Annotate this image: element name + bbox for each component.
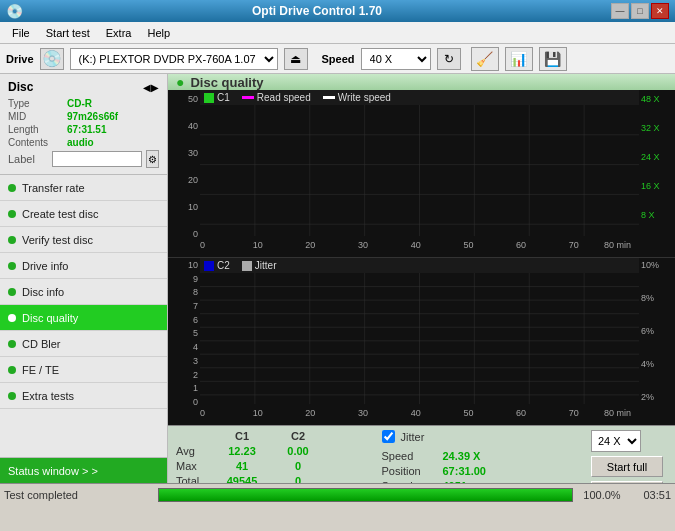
- sidebar-dot: [8, 262, 16, 270]
- sidebar-dot: [8, 236, 16, 244]
- progress-bar: [158, 488, 573, 502]
- menu-start-test[interactable]: Start test: [38, 25, 98, 41]
- stats-right: Jitter Speed 24.39 X Position 67:31.00 S…: [374, 430, 580, 483]
- eject-button[interactable]: ⏏: [284, 48, 308, 70]
- sidebar-item-disc-quality[interactable]: Disc quality: [0, 305, 167, 331]
- window-controls: — □ ✕: [611, 3, 669, 19]
- chart1-canvas: C1 Read speed Write speed: [200, 90, 639, 257]
- svg-text:20: 20: [305, 240, 315, 250]
- speed-right-label: Speed: [382, 450, 437, 462]
- disc-panel: Disc ◀▶ Type CD-R MID 97m26s66f Length 6…: [0, 74, 167, 175]
- disc-length-value: 67:31.51: [67, 124, 106, 135]
- chart1-y-axis-right: 48 X 32 X 24 X 16 X 8 X: [639, 90, 675, 257]
- stats-max-label: Max: [176, 460, 211, 472]
- jitter-checkbox[interactable]: [382, 430, 395, 443]
- chart1-area: 50 40 30 20 10 0 C1: [168, 90, 675, 258]
- disc-length-label: Length: [8, 124, 63, 135]
- position-label: Position: [382, 465, 437, 477]
- speed-right-value: 24.39 X: [443, 450, 481, 462]
- chart2-y-axis-right: 10% 8% 6% 4% 2%: [639, 258, 675, 425]
- start-part-button[interactable]: Start part: [591, 481, 663, 483]
- svg-text:30: 30: [358, 408, 368, 418]
- svg-text:40: 40: [411, 408, 421, 418]
- chart2-svg: 0 10 20 30 40 50 60 70 80 min: [200, 273, 639, 422]
- disc-mid-label: MID: [8, 111, 63, 122]
- minimize-button[interactable]: —: [611, 3, 629, 19]
- svg-text:50: 50: [463, 240, 473, 250]
- sidebar-dot: [8, 340, 16, 348]
- sidebar-menu: Transfer rate Create test disc Verify te…: [0, 175, 167, 457]
- drive-select[interactable]: (K:) PLEXTOR DVDR PX-760A 1.07: [70, 48, 278, 70]
- legend-c1: C1: [204, 92, 230, 103]
- status-text: Test completed: [4, 489, 154, 501]
- chart2-y-axis-left: 10 9 8 7 6 5 4 3 2 1 0: [168, 258, 200, 425]
- sidebar-item-transfer-rate[interactable]: Transfer rate: [0, 175, 167, 201]
- stats-avg-label: Avg: [176, 445, 211, 457]
- close-button[interactable]: ✕: [651, 3, 669, 19]
- svg-text:70: 70: [569, 240, 579, 250]
- stats-max-c2: 0: [273, 460, 323, 472]
- status-time: 03:51: [631, 489, 671, 501]
- stats-area: C1 C2 Avg 12.23 0.00 Max 41 0 Total 4954…: [168, 425, 675, 483]
- svg-text:10: 10: [253, 240, 263, 250]
- disc-contents-label: Contents: [8, 137, 63, 148]
- legend-c2: C2: [204, 260, 230, 271]
- sidebar-item-create-test-disc[interactable]: Create test disc: [0, 201, 167, 227]
- menu-help[interactable]: Help: [139, 25, 178, 41]
- chart2-canvas: C2 Jitter: [200, 258, 639, 425]
- svg-text:60: 60: [516, 408, 526, 418]
- legend-read-speed: Read speed: [242, 92, 311, 103]
- status-window-button[interactable]: Status window > >: [0, 457, 167, 483]
- sidebar-item-extra-tests[interactable]: Extra tests: [0, 383, 167, 409]
- progress-bar-fill: [159, 489, 572, 501]
- status-percent: 100.0%: [577, 489, 627, 501]
- sidebar-item-verify-test-disc[interactable]: Verify test disc: [0, 227, 167, 253]
- sidebar-dot: [8, 314, 16, 322]
- disc-label-edit-button[interactable]: ⚙: [146, 150, 160, 168]
- clear-button[interactable]: 🧹: [471, 47, 499, 71]
- panel-title: Disc quality: [190, 75, 263, 90]
- svg-text:40: 40: [411, 240, 421, 250]
- start-full-button[interactable]: Start full: [591, 456, 663, 478]
- legend-jitter: Jitter: [242, 260, 277, 271]
- sidebar-item-label: FE / TE: [22, 364, 59, 376]
- stats-max-c1: 41: [217, 460, 267, 472]
- refresh-button[interactable]: ↻: [437, 48, 461, 70]
- speed-select[interactable]: 40 X: [361, 48, 431, 70]
- legend-write-speed-label: Write speed: [338, 92, 391, 103]
- stats-total-c1: 49545: [217, 475, 267, 483]
- sidebar-item-drive-info[interactable]: Drive info: [0, 253, 167, 279]
- drive-label: Drive: [6, 53, 34, 65]
- chart2-area: 10 9 8 7 6 5 4 3 2 1 0: [168, 258, 675, 425]
- speed-dropdown[interactable]: 24 X: [591, 430, 641, 452]
- svg-text:30: 30: [358, 240, 368, 250]
- disc-expand-button[interactable]: ◀▶: [143, 82, 159, 93]
- chart-button[interactable]: 📊: [505, 47, 533, 71]
- stats-total-label: Total: [176, 475, 211, 483]
- sidebar-item-cd-bler[interactable]: CD Bler: [0, 331, 167, 357]
- status-window-label: Status window > >: [8, 465, 98, 477]
- disc-mid-value: 97m26s66f: [67, 111, 118, 122]
- charts-container: 50 40 30 20 10 0 C1: [168, 90, 675, 425]
- sidebar-item-fe-te[interactable]: FE / TE: [0, 357, 167, 383]
- save-button[interactable]: 💾: [539, 47, 567, 71]
- disc-contents-value: audio: [67, 137, 94, 148]
- menu-extra[interactable]: Extra: [98, 25, 140, 41]
- sidebar-item-label: Drive info: [22, 260, 68, 272]
- svg-text:80 min: 80 min: [604, 408, 631, 418]
- menu-file[interactable]: File: [4, 25, 38, 41]
- sidebar-item-disc-info[interactable]: Disc info: [0, 279, 167, 305]
- disc-label-label: Label: [8, 153, 48, 165]
- svg-text:10: 10: [253, 408, 263, 418]
- stats-avg-c1: 12.23: [217, 445, 267, 457]
- sidebar-item-label: Disc quality: [22, 312, 78, 324]
- speed-label: Speed: [322, 53, 355, 65]
- maximize-button[interactable]: □: [631, 3, 649, 19]
- menu-bar: File Start test Extra Help: [0, 22, 675, 44]
- legend-read-speed-label: Read speed: [257, 92, 311, 103]
- svg-text:70: 70: [569, 408, 579, 418]
- disc-label-input[interactable]: [52, 151, 142, 167]
- sidebar-item-label: Verify test disc: [22, 234, 93, 246]
- svg-text:0: 0: [200, 408, 205, 418]
- sidebar-dot: [8, 366, 16, 374]
